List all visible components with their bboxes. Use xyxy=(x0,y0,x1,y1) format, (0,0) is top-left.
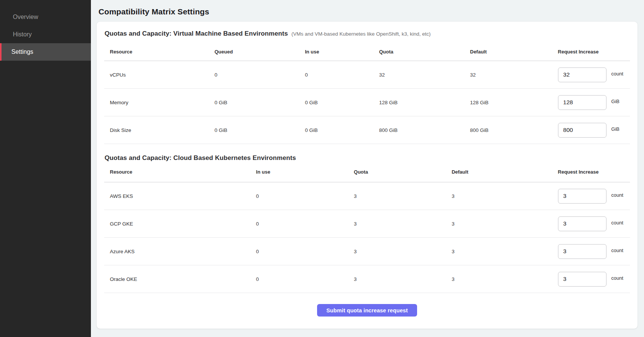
quota-value: 800 GiB xyxy=(374,127,464,133)
default-value: 3 xyxy=(446,193,552,199)
unit-label: count xyxy=(611,192,624,198)
sidebar: Overview History Settings xyxy=(0,0,91,337)
vm-table-header-row: Resource Queued In use Quota Default Req… xyxy=(104,38,630,61)
queued-value: 0 GiB xyxy=(209,127,299,133)
quota-value: 32 xyxy=(374,72,464,78)
request-increase-cell: GiB xyxy=(552,123,630,138)
gcp-gke-request-input[interactable] xyxy=(558,216,606,231)
quota-value: 3 xyxy=(348,249,446,254)
cloud-col-in-use: In use xyxy=(250,169,348,175)
table-row-oracle-oke: Oracle OKE 0 3 3 count xyxy=(104,265,630,293)
queued-value: 0 GiB xyxy=(209,100,299,105)
in-use-value: 0 xyxy=(299,72,374,78)
unit-label: count xyxy=(611,248,624,253)
sidebar-item-history[interactable]: History xyxy=(0,26,91,43)
vm-col-quota: Quota xyxy=(374,49,464,55)
page-title: Compatibility Matrix Settings xyxy=(98,7,638,16)
quota-value: 3 xyxy=(348,221,446,227)
unit-label: count xyxy=(611,220,624,226)
queued-value: 0 xyxy=(209,72,299,78)
default-value: 128 GiB xyxy=(464,100,552,105)
default-value: 3 xyxy=(446,249,552,254)
app-window: Overview History Settings Compatibility … xyxy=(0,0,644,337)
resource-name: vCPUs xyxy=(104,72,209,78)
oracle-oke-request-input[interactable] xyxy=(558,272,606,287)
default-value: 800 GiB xyxy=(464,127,552,133)
table-row-memory: Memory 0 GiB 0 GiB 128 GiB 128 GiB GiB xyxy=(104,89,630,116)
sidebar-item-settings-label: Settings xyxy=(11,49,33,55)
table-row-gcp-gke: GCP GKE 0 3 3 count xyxy=(104,210,630,238)
vm-col-default: Default xyxy=(464,49,552,55)
vm-section-title: Quotas and Capacity: Virtual Machine Bas… xyxy=(105,30,288,38)
cloud-quota-table: Resource In use Quota Default Request In… xyxy=(104,162,630,293)
unit-label: count xyxy=(611,71,624,77)
in-use-value: 0 xyxy=(250,249,348,254)
sidebar-item-overview[interactable]: Overview xyxy=(0,8,91,26)
resource-name: Disk Size xyxy=(104,127,209,133)
request-increase-cell: count xyxy=(552,67,630,82)
table-row-aws-eks: AWS EKS 0 3 3 count xyxy=(104,182,630,210)
request-increase-cell: count xyxy=(552,216,630,231)
in-use-value: 0 xyxy=(250,193,348,199)
request-increase-cell: count xyxy=(552,244,630,259)
table-row-disk-size: Disk Size 0 GiB 0 GiB 800 GiB 800 GiB Gi… xyxy=(104,116,630,144)
azure-aks-request-input[interactable] xyxy=(558,244,606,259)
quota-value: 3 xyxy=(348,276,446,282)
sidebar-nav: Overview History Settings xyxy=(0,8,91,61)
resource-name: GCP GKE xyxy=(104,221,250,227)
cloud-table-header-row: Resource In use Quota Default Request In… xyxy=(104,162,630,182)
default-value: 3 xyxy=(446,221,552,227)
vm-col-request-increase: Request Increase xyxy=(552,49,630,55)
vm-section-subtitle: (VMs and VM-based Kubernetes like OpenSh… xyxy=(291,31,431,37)
sidebar-item-overview-label: Overview xyxy=(13,14,38,20)
resource-name: Azure AKS xyxy=(104,249,250,254)
unit-label: GiB xyxy=(611,99,620,104)
memory-request-input[interactable] xyxy=(558,95,606,110)
sidebar-item-settings[interactable]: Settings xyxy=(0,43,91,61)
resource-name: Oracle OKE xyxy=(104,276,250,282)
cloud-col-request-increase: Request Increase xyxy=(552,169,630,175)
cloud-col-resource: Resource xyxy=(104,169,250,175)
cloud-section-header: Quotas and Capacity: Cloud Based Kuberne… xyxy=(105,154,630,162)
resource-name: AWS EKS xyxy=(104,193,250,199)
submit-row: Submit quota increase request xyxy=(104,293,630,317)
vm-col-resource: Resource xyxy=(104,49,209,55)
vcpus-request-input[interactable] xyxy=(558,67,606,82)
in-use-value: 0 xyxy=(250,276,348,282)
default-value: 32 xyxy=(464,72,552,78)
cloud-col-quota: Quota xyxy=(348,169,446,175)
request-increase-cell: count xyxy=(552,189,630,204)
vm-col-in-use: In use xyxy=(299,49,374,55)
table-row-azure-aks: Azure AKS 0 3 3 count xyxy=(104,238,630,265)
vm-col-queued: Queued xyxy=(209,49,299,55)
sidebar-item-history-label: History xyxy=(13,31,32,38)
resource-name: Memory xyxy=(104,100,209,105)
settings-card: Quotas and Capacity: Virtual Machine Bas… xyxy=(97,22,638,329)
unit-label: GiB xyxy=(611,126,620,132)
cloud-col-default: Default xyxy=(446,169,552,175)
request-increase-cell: count xyxy=(552,272,630,287)
disk-size-request-input[interactable] xyxy=(558,123,606,138)
table-row-vcpus: vCPUs 0 0 32 32 count xyxy=(104,61,630,89)
cloud-section-title: Quotas and Capacity: Cloud Based Kuberne… xyxy=(105,154,296,162)
unit-label: count xyxy=(611,275,624,281)
quota-value: 3 xyxy=(348,193,446,199)
main-content: Compatibility Matrix Settings Quotas and… xyxy=(91,0,644,337)
in-use-value: 0 xyxy=(250,221,348,227)
vm-quota-table: Resource Queued In use Quota Default Req… xyxy=(104,38,630,144)
in-use-value: 0 GiB xyxy=(299,127,374,133)
quota-value: 128 GiB xyxy=(374,100,464,105)
in-use-value: 0 GiB xyxy=(299,100,374,105)
aws-eks-request-input[interactable] xyxy=(558,189,606,204)
default-value: 3 xyxy=(446,276,552,282)
vm-section-header: Quotas and Capacity: Virtual Machine Bas… xyxy=(105,30,630,38)
request-increase-cell: GiB xyxy=(552,95,630,110)
submit-quota-increase-button[interactable]: Submit quota increase request xyxy=(317,304,417,317)
